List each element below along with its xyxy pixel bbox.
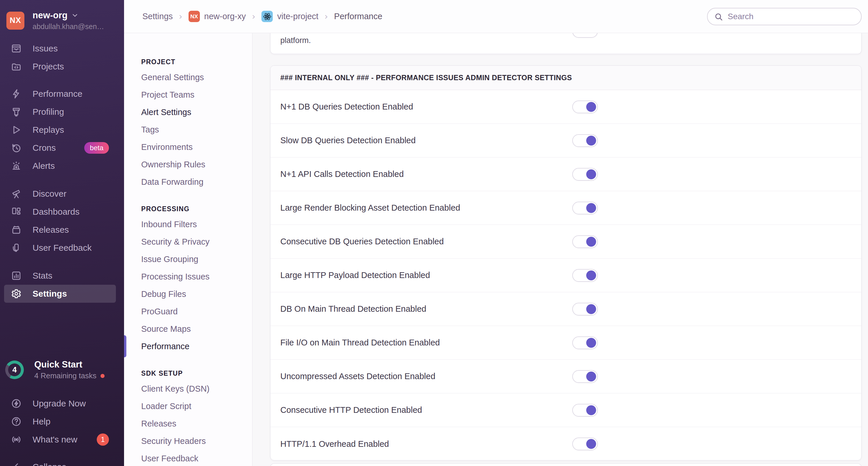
subnav-item-inbound-filters[interactable]: Inbound Filters (124, 216, 252, 233)
subnav-item-security-headers[interactable]: Security Headers (124, 432, 252, 450)
setting-label: DB On Main Thread Detection Enabled (280, 304, 426, 314)
subnav-item-environments[interactable]: Environments (124, 138, 252, 156)
sidebar-item-label: Settings (33, 289, 67, 299)
subnav-item-issue-grouping[interactable]: Issue Grouping (124, 250, 252, 268)
breadcrumb-project[interactable]: vite-project (277, 11, 318, 21)
sidebar-item-upgrade-now[interactable]: Upgrade Now (0, 395, 124, 412)
subnav-item-label: Project Teams (141, 90, 194, 100)
sidebar-item-settings[interactable]: Settings (4, 285, 116, 303)
sidebar-item-performance[interactable]: Performance (0, 85, 124, 103)
chevron-down-icon (71, 11, 79, 19)
sidebar-item-replays[interactable]: Replays (0, 121, 124, 139)
dashboards-icon (11, 207, 22, 217)
sidebar-item-what-s-new[interactable]: What's new1 (0, 431, 124, 448)
toggle-db-on-main-thread-detection-enabled[interactable] (572, 303, 598, 315)
subnav-item-label: Inbound Filters (141, 220, 197, 229)
sidebar-item-label: Discover (33, 189, 66, 199)
subnav-item-user-feedback[interactable]: User Feedback (124, 450, 252, 466)
sidebar-item-label: Collapse (33, 462, 66, 466)
toggle-large-http-payload-detection-enabled[interactable] (572, 269, 598, 282)
subnav-item-label: Source Maps (141, 324, 191, 334)
toggle-knob (586, 136, 596, 146)
search-icon (714, 12, 723, 21)
sidebar-item-releases[interactable]: Releases (0, 221, 124, 239)
subnav-item-alert-settings[interactable]: Alert Settings (124, 103, 252, 121)
sidebar-item-issues[interactable]: Issues (0, 39, 124, 58)
subnav-section-title: SDK SETUP (124, 367, 252, 380)
subnav-item-label: Environments (141, 142, 193, 152)
subnav-item-label: Data Forwarding (141, 177, 203, 187)
sidebar-item-profiling[interactable]: Profiling (0, 103, 124, 121)
subnav-item-label: Security & Privacy (141, 237, 210, 247)
subnav-item-processing-issues[interactable]: Processing Issues (124, 268, 252, 285)
subnav-item-label: Security Headers (141, 436, 206, 446)
search-input[interactable] (727, 11, 853, 22)
subnav-item-tags[interactable]: Tags (124, 121, 252, 138)
sidebar-item-stats[interactable]: Stats (0, 267, 124, 285)
toggle-partial[interactable] (572, 33, 598, 38)
subnav-item-security-privacy[interactable]: Security & Privacy (124, 233, 252, 250)
toggle-slow-db-queries-detection-enabled[interactable] (572, 134, 598, 147)
breadcrumb-org[interactable]: new-org-xy (204, 11, 246, 21)
setting-label: Consecutive HTTP Detection Enabled (280, 405, 422, 415)
sidebar-item-dashboards[interactable]: Dashboards (0, 203, 124, 221)
setting-label: Consecutive DB Queries Detection Enabled (280, 237, 444, 246)
quick-start-count: 4 (8, 364, 21, 376)
panel-title: ### INTERNAL ONLY ### - PERFORMANCE ISSU… (271, 66, 861, 90)
subnav-item-debug-files[interactable]: Debug Files (124, 285, 252, 303)
partial-panel: platform. (270, 33, 862, 54)
toggle-consecutive-db-queries-detection-enabled[interactable] (572, 235, 598, 248)
toggle-large-render-blocking-asset-detection-enabled[interactable] (572, 201, 598, 214)
org-email: abdullah.khan@sen… (33, 22, 104, 31)
toggle-file-i-o-on-main-thread-detection-enabled[interactable] (572, 336, 598, 349)
subnav-item-label: Loader Script (141, 402, 191, 411)
subnav-item-source-maps[interactable]: Source Maps (124, 320, 252, 338)
sidebar-item-label: Replays (33, 125, 64, 135)
sidebar-item-discover[interactable]: Discover (0, 185, 124, 203)
setting-label: Large HTTP Payload Detection Enabled (280, 271, 430, 280)
sidebar-item-crons[interactable]: Cronsbeta (0, 139, 124, 157)
toggle-http-1-1-overhead-enabled[interactable] (572, 438, 598, 450)
sidebar-item-label: Stats (33, 271, 52, 281)
subnav-item-label: Debug Files (141, 289, 186, 299)
sidebar-item-label: Issues (33, 43, 58, 54)
subnav-item-data-forwarding[interactable]: Data Forwarding (124, 173, 252, 191)
setting-row-uncompressed-assets-detection-enabled: Uncompressed Assets Detection Enabled (271, 360, 861, 393)
sidebar-item-label: Releases (33, 225, 69, 235)
org-switcher[interactable]: NX new-org abdullah.khan@sen… (6, 10, 104, 31)
toggle-consecutive-http-detection-enabled[interactable] (572, 404, 598, 416)
subnav-item-proguard[interactable]: ProGuard (124, 303, 252, 320)
subnav-item-project-teams[interactable]: Project Teams (124, 86, 252, 103)
subnav-item-loader-script[interactable]: Loader Script (124, 398, 252, 415)
subnav-item-ownership-rules[interactable]: Ownership Rules (124, 156, 252, 173)
subnav-item-client-keys-dsn[interactable]: Client Keys (DSN) (124, 380, 252, 398)
sidebar-item-user-feedback[interactable]: User Feedback (0, 239, 124, 257)
sidebar-item-alerts[interactable]: Alerts (0, 157, 124, 175)
toggle-knob (586, 169, 596, 179)
sidebar-item-collapse[interactable]: Collapse (0, 458, 124, 466)
breadcrumb-settings[interactable]: Settings (142, 11, 173, 21)
breadcrumb-separator: › (179, 11, 182, 22)
toggle-n-1-db-queries-detection-enabled[interactable] (572, 100, 598, 113)
upgrade-icon (11, 398, 22, 409)
sidebar-item-help[interactable]: Help (0, 412, 124, 431)
sidebar-item-label: Alerts (33, 161, 55, 171)
search-box[interactable] (707, 8, 862, 25)
breadcrumb-separator: › (252, 11, 255, 22)
sidebar-item-projects[interactable]: Projects (0, 58, 124, 75)
toggle-n-1-api-calls-detection-enabled[interactable] (572, 168, 598, 181)
subnav-section-project: PROJECTGeneral SettingsProject TeamsAler… (124, 55, 252, 191)
toggle-uncompressed-assets-detection-enabled[interactable] (572, 370, 598, 383)
notification-dot (100, 374, 104, 378)
discover-icon (11, 189, 22, 199)
subnav-item-performance[interactable]: Performance (124, 338, 252, 355)
subnav-item-releases[interactable]: Releases (124, 415, 252, 432)
toggle-knob (586, 304, 596, 314)
quick-start[interactable]: 4 Quick Start 4 Remaining tasks (5, 360, 104, 380)
quick-start-title: Quick Start (34, 360, 104, 370)
sidebar-item-label: User Feedback (33, 243, 92, 253)
user-feedback-icon (11, 243, 22, 253)
subnav-item-label: User Feedback (141, 454, 198, 463)
subnav-item-general-settings[interactable]: General Settings (124, 68, 252, 86)
whats-new-icon (11, 434, 22, 445)
